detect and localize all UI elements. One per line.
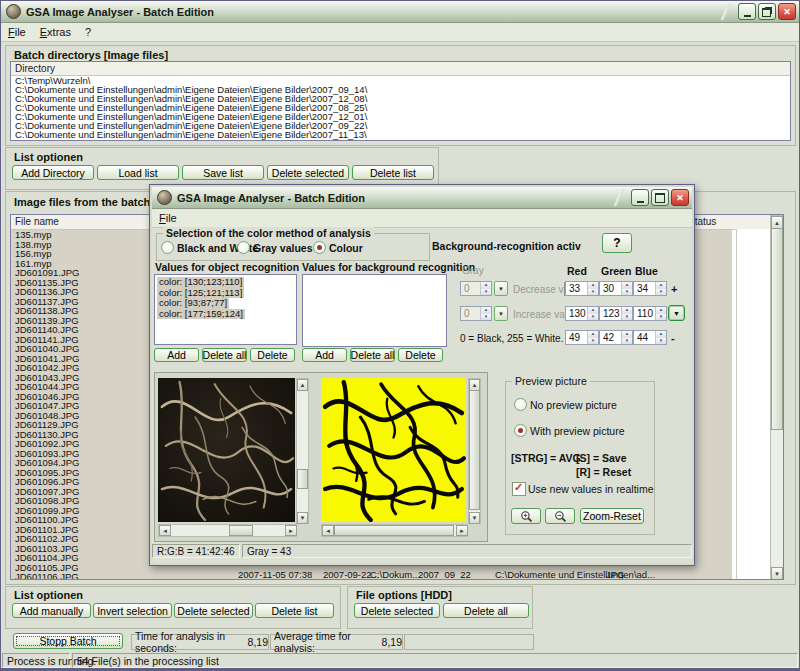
object-values-button[interactable]: Add (154, 348, 199, 362)
scroll-left-icon[interactable]: ◄ (159, 525, 171, 536)
right-image-vscrollbar[interactable]: ▲ ▼ (468, 378, 481, 524)
cell-filetype[interactable]: JPG (606, 569, 624, 580)
object-values-button[interactable]: Delete all (202, 348, 247, 362)
menu-item[interactable]: File (1, 24, 33, 40)
gray-increase-dropdown[interactable]: ▼ (494, 306, 508, 321)
close-button[interactable]: ✕ (778, 3, 796, 20)
color-method-radio[interactable]: Gray values (237, 241, 313, 254)
zoom-in-icon (520, 510, 533, 523)
spin-down-icon: ▼ (481, 289, 491, 296)
right-image-hscrollbar[interactable]: ◄ ► (321, 524, 468, 537)
radio-icon[interactable] (313, 241, 326, 254)
preview-picture-title: Preview picture (512, 375, 590, 387)
gray-label: Gray (462, 265, 484, 276)
file-name-header[interactable]: File name (15, 216, 59, 227)
list-option-button[interactable]: Load list (97, 165, 179, 180)
directory-row[interactable]: C:\Dokumente und Einstellungen\admin\Eig… (11, 130, 790, 139)
zoom-reset-button[interactable]: Zoom-Reset (580, 508, 644, 524)
left-image-hscrollbar[interactable]: ◄ ► (158, 524, 297, 537)
color-method-radio[interactable]: Black and White (161, 241, 237, 254)
list-option-button[interactable]: Save list (182, 165, 264, 180)
rgb-spinner[interactable]: 34▲▼ (633, 281, 667, 296)
scroll-right-icon[interactable]: ► (285, 525, 297, 536)
scroll-thumb[interactable] (229, 525, 253, 536)
rgb-spinner[interactable]: 33▲▼ (565, 281, 599, 296)
color-value-item[interactable]: color: [130;123;110] (157, 277, 244, 288)
list-option-button[interactable]: Delete selected (174, 603, 253, 618)
background-values-button[interactable]: Add (302, 348, 347, 362)
rgb-spinner[interactable]: 130▲▼ (565, 306, 599, 321)
dialog-close-button[interactable]: ✕ (671, 189, 689, 206)
radio-icon[interactable] (514, 424, 527, 437)
list-option-button[interactable]: Delete list (352, 165, 434, 180)
preview-option-radio[interactable]: With preview picture (514, 424, 625, 437)
dialog-title: GSA Image Analyser - Batch Edition (177, 192, 365, 204)
scroll-thumb[interactable] (334, 525, 454, 536)
decrease-rgb-row: 33▲▼30▲▼34▲▼ (565, 281, 667, 296)
rgb-spinner[interactable]: 44▲▼ (633, 330, 667, 345)
scroll-down-icon[interactable]: ▼ (469, 512, 480, 524)
realtime-checkbox[interactable] (512, 482, 526, 496)
rgb-status: R:G:B = 41:42:46 (152, 544, 240, 558)
gray-increase-spinner[interactable]: 0▲▼ (460, 306, 492, 321)
rgb-spinner[interactable]: 49▲▼ (565, 330, 599, 345)
dialog-maximize-button[interactable] (651, 189, 669, 206)
list-option-button[interactable]: Delete selected (267, 165, 349, 180)
scroll-right-icon[interactable]: ► (456, 525, 468, 536)
object-values-button[interactable]: Delete (250, 348, 295, 362)
cell-folder[interactable]: 2007_09_22 (418, 569, 471, 580)
list-option-button[interactable]: Add manually (12, 603, 91, 618)
color-method-radio[interactable]: Colour (313, 241, 389, 254)
list-option-button[interactable]: Invert selection (93, 603, 172, 618)
help-button[interactable]: ? (602, 233, 632, 253)
scroll-thumb[interactable] (297, 469, 308, 489)
radio-icon[interactable] (161, 241, 174, 254)
scroll-down-icon[interactable]: ▼ (297, 512, 308, 524)
zoom-out-button[interactable] (545, 508, 575, 524)
color-value-item[interactable]: color: [177;159;124] (157, 309, 245, 320)
scroll-down-icon[interactable]: ▼ (771, 567, 783, 580)
original-preview-image[interactable] (158, 378, 295, 522)
object-values-list[interactable]: color: [130;123;110]color: [125;121;113]… (154, 274, 297, 345)
scroll-thumb[interactable] (469, 390, 480, 510)
radio-icon[interactable] (237, 241, 250, 254)
file-table-scrollbar[interactable]: ▲ ▼ (770, 215, 784, 580)
preview-option-radio[interactable]: No preview picture (514, 398, 625, 411)
color-value-item[interactable]: color: [93;87;77] (157, 298, 229, 309)
menu-item[interactable]: Extras (33, 24, 78, 40)
scroll-left-icon[interactable]: ◄ (322, 525, 334, 536)
left-image-vscrollbar[interactable]: ▲ ▼ (296, 378, 309, 524)
background-values-list[interactable] (302, 274, 447, 347)
directory-list[interactable]: Directory C:\Temp\Wurzeln\C:\Dokumente u… (10, 61, 791, 141)
menu-item-file[interactable]: File (152, 210, 184, 226)
dialog-minimize-button[interactable] (631, 189, 649, 206)
cell-path-long[interactable]: C:\Dokumente und Einstellungen\ad... (495, 569, 655, 580)
directory-column-header[interactable]: Directory (11, 62, 790, 76)
scroll-up-icon[interactable]: ▲ (297, 379, 308, 391)
file-option-button[interactable]: Delete selected (354, 603, 440, 618)
plus-label: + (671, 283, 677, 295)
minimize-button[interactable] (738, 3, 756, 20)
rgb-spinner[interactable]: 123▲▼ (599, 306, 633, 321)
gray-decrease-spinner[interactable]: 0▲▼ (460, 281, 492, 296)
spin-down-icon: ▼ (656, 314, 666, 321)
restore-button[interactable] (758, 3, 776, 20)
zoom-in-button[interactable] (511, 508, 541, 524)
stop-batch-button[interactable]: Stopp Batch (13, 633, 123, 649)
background-values-button[interactable]: Delete (398, 348, 443, 362)
rgb-spinner[interactable]: 42▲▼ (599, 330, 633, 345)
gray-decrease-dropdown[interactable]: ▼ (494, 281, 508, 296)
rgb-spinner[interactable]: 30▲▼ (599, 281, 633, 296)
scroll-thumb[interactable] (771, 228, 783, 430)
list-option-button[interactable]: Add Directory (12, 165, 94, 180)
list-option-button[interactable]: Delete list (255, 603, 334, 618)
radio-icon[interactable] (514, 398, 527, 411)
apply-color-button[interactable]: ▼ (668, 305, 685, 321)
cell-modified[interactable]: 2007-11-05 07:38 (238, 569, 312, 580)
cell-path-short[interactable]: C:\Dokum... (370, 569, 420, 580)
file-option-button[interactable]: Delete all (443, 603, 529, 618)
menu-item[interactable]: ? (78, 24, 98, 40)
background-values-button[interactable]: Delete all (350, 348, 395, 362)
rgb-spinner[interactable]: 110▲▼ (633, 306, 667, 321)
binarized-preview-image[interactable] (321, 378, 466, 522)
